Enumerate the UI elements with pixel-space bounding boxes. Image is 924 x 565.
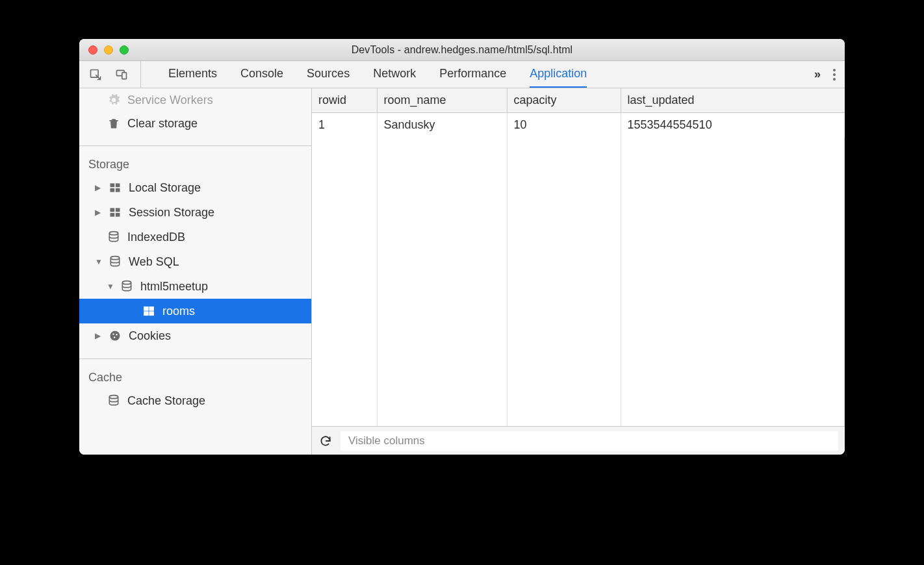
tab-elements[interactable]: Elements	[168, 61, 217, 88]
svg-rect-4	[116, 183, 120, 187]
sidebar-item-service-workers[interactable]: Service Workers	[79, 88, 311, 112]
expand-icon: ▶	[95, 331, 101, 340]
inspect-icon[interactable]	[88, 68, 103, 82]
svg-rect-16	[144, 312, 149, 316]
close-window-button[interactable]	[88, 45, 97, 55]
database-icon	[107, 394, 121, 408]
refresh-icon[interactable]	[318, 434, 333, 448]
sidebar-item-websql-db[interactable]: ▼ html5meetup	[79, 274, 311, 299]
titlebar: DevTools - andrew.hedges.name/html5/sql.…	[79, 39, 845, 61]
svg-point-12	[110, 257, 119, 260]
svg-point-18	[110, 331, 120, 341]
expand-icon: ▶	[95, 208, 101, 217]
svg-point-21	[114, 336, 116, 338]
svg-point-13	[122, 281, 131, 284]
sidebar-item-session-storage[interactable]: ▶ Session Storage	[79, 200, 311, 225]
svg-point-22	[109, 396, 118, 399]
bottom-bar: Visible columns	[312, 426, 845, 455]
svg-rect-5	[110, 188, 115, 192]
cell-room-name: Sandusky	[377, 113, 507, 138]
data-table: rowid room_name capacity last_updated 1 …	[312, 88, 845, 426]
svg-rect-9	[110, 213, 115, 217]
svg-rect-17	[149, 312, 154, 316]
sidebar-item-cookies[interactable]: ▶ Cookies	[79, 323, 311, 348]
svg-rect-14	[144, 307, 149, 310]
svg-rect-15	[149, 307, 154, 310]
sidebar-item-websql-table-rooms[interactable]: rooms	[79, 299, 311, 323]
traffic-lights	[88, 45, 129, 55]
svg-rect-2	[122, 72, 127, 79]
cell-capacity: 10	[507, 113, 621, 138]
cache-section-header: Cache	[79, 359, 311, 388]
cookie-icon	[108, 329, 122, 343]
trash-icon	[107, 116, 121, 131]
gear-icon	[107, 93, 121, 107]
data-table-wrap: rowid room_name capacity last_updated 1 …	[312, 88, 845, 426]
table-filler	[312, 137, 845, 426]
database-icon	[120, 279, 134, 294]
visible-columns-placeholder: Visible columns	[348, 434, 425, 447]
devtools-window: DevTools - andrew.hedges.name/html5/sql.…	[79, 39, 845, 455]
table-icon	[108, 205, 122, 220]
sidebar-item-clear-storage[interactable]: Clear storage	[79, 112, 311, 135]
tab-network[interactable]: Network	[373, 61, 416, 88]
tab-sources[interactable]: Sources	[307, 61, 350, 88]
svg-rect-6	[116, 188, 120, 192]
zoom-window-button[interactable]	[120, 45, 129, 55]
menu-icon[interactable]	[833, 69, 836, 81]
expand-icon: ▶	[95, 183, 101, 192]
tab-application[interactable]: Application	[530, 61, 587, 88]
tab-performance[interactable]: Performance	[439, 61, 506, 88]
database-icon	[108, 255, 122, 269]
table-icon	[108, 181, 122, 195]
window-title: DevTools - andrew.hedges.name/html5/sql.…	[79, 44, 845, 56]
sidebar-item-indexeddb[interactable]: IndexedDB	[79, 225, 311, 249]
collapse-icon: ▼	[107, 282, 113, 291]
sidebar-item-cache-storage[interactable]: Cache Storage	[79, 388, 311, 413]
table-icon	[142, 304, 156, 318]
database-icon	[107, 230, 121, 244]
col-last-updated[interactable]: last_updated	[621, 88, 845, 113]
col-capacity[interactable]: capacity	[507, 88, 621, 113]
collapse-icon: ▼	[95, 257, 101, 266]
svg-rect-8	[116, 208, 120, 212]
visible-columns-input[interactable]: Visible columns	[340, 431, 838, 451]
col-rowid[interactable]: rowid	[312, 88, 377, 113]
more-tabs-icon[interactable]: »	[814, 68, 819, 81]
cell-rowid: 1	[312, 113, 377, 138]
toolbar: Elements Console Sources Network Perform…	[79, 61, 845, 88]
table-row[interactable]: 1 Sandusky 10 1553544554510	[312, 113, 845, 138]
col-room-name[interactable]: room_name	[377, 88, 507, 113]
content: Service Workers Clear storage Storage ▶ …	[79, 88, 845, 455]
svg-point-19	[112, 333, 114, 335]
svg-rect-3	[110, 183, 115, 187]
svg-point-11	[109, 232, 118, 235]
svg-point-20	[116, 334, 118, 336]
table-header-row: rowid room_name capacity last_updated	[312, 88, 845, 113]
sidebar-item-local-storage[interactable]: ▶ Local Storage	[79, 175, 311, 200]
main-panel: rowid room_name capacity last_updated 1 …	[312, 88, 845, 455]
storage-section-header: Storage	[79, 146, 311, 175]
cell-last-updated: 1553544554510	[621, 113, 845, 138]
sidebar-item-websql[interactable]: ▼ Web SQL	[79, 249, 311, 274]
device-toggle-icon[interactable]	[114, 68, 129, 82]
sidebar: Service Workers Clear storage Storage ▶ …	[79, 88, 312, 455]
minimize-window-button[interactable]	[104, 45, 113, 55]
tab-console[interactable]: Console	[240, 61, 283, 88]
svg-rect-7	[110, 208, 115, 212]
svg-rect-10	[116, 213, 120, 217]
